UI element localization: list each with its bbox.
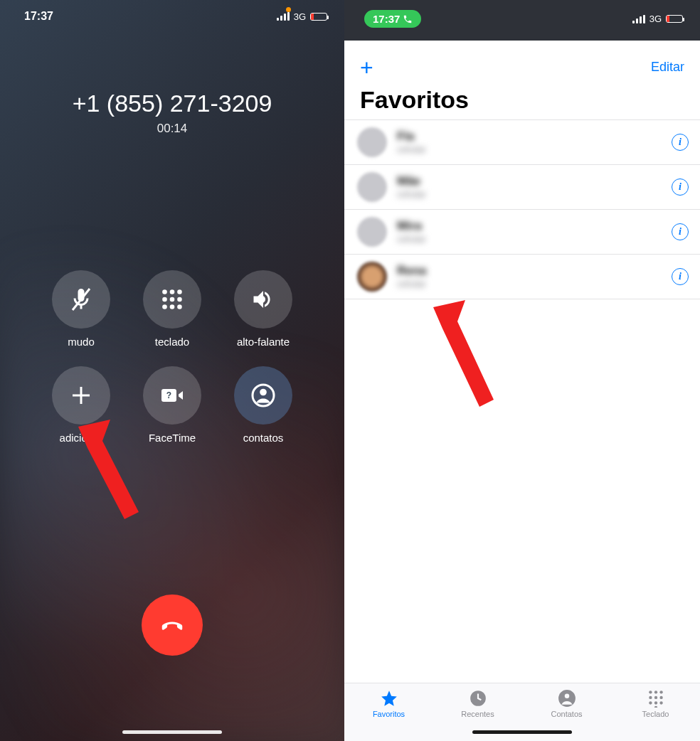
svg-point-2 bbox=[170, 289, 175, 294]
battery-icon bbox=[310, 13, 327, 21]
avatar-icon bbox=[357, 217, 387, 247]
svg-marker-15 bbox=[433, 300, 494, 407]
tab-favorites[interactable]: Favoritos bbox=[361, 689, 418, 718]
keypad-label: teclado bbox=[155, 336, 189, 348]
favorite-row[interactable]: Rena celular i bbox=[344, 255, 700, 299]
svg-point-9 bbox=[177, 304, 182, 309]
favorites-list: Fla celular i Mãe celular i Mira celular bbox=[344, 119, 700, 299]
facetime-button[interactable]: ? FaceTime bbox=[143, 366, 201, 444]
svg-point-3 bbox=[177, 289, 182, 294]
avatar-icon bbox=[357, 172, 387, 202]
svg-point-1 bbox=[162, 289, 167, 294]
favorite-sub: celular bbox=[397, 188, 672, 200]
clock-icon bbox=[469, 689, 487, 708]
tab-label: Favoritos bbox=[373, 710, 405, 718]
svg-point-27 bbox=[659, 701, 662, 704]
favorites-sheet: + Editar Favoritos Fla celular i Mãe cel… bbox=[344, 44, 700, 741]
dialpad-icon bbox=[647, 689, 665, 708]
mic-off-icon bbox=[68, 287, 94, 312]
info-button[interactable]: i bbox=[672, 268, 689, 285]
svg-point-18 bbox=[564, 694, 569, 699]
svg-point-24 bbox=[659, 696, 662, 699]
svg-point-21 bbox=[659, 691, 662, 693]
phone-screen-call: 17:37 3G +1 (855) 271-3209 00:14 mudo bbox=[0, 0, 344, 741]
status-indicators: 3G bbox=[277, 11, 327, 22]
svg-point-22 bbox=[649, 696, 652, 699]
svg-marker-14 bbox=[78, 420, 139, 519]
plus-icon bbox=[68, 383, 94, 408]
speaker-icon bbox=[250, 287, 276, 312]
favorite-row[interactable]: Fla celular i bbox=[344, 119, 700, 165]
favorites-nav: + Editar bbox=[344, 44, 700, 79]
tab-label: Recentes bbox=[461, 710, 494, 718]
call-button-grid: mudo teclado alto-falante bbox=[0, 270, 344, 444]
favorite-name: Mãe bbox=[397, 174, 672, 188]
favorite-name: Rena bbox=[397, 264, 672, 278]
mute-button[interactable]: mudo bbox=[52, 270, 110, 348]
svg-point-26 bbox=[654, 701, 657, 704]
call-info: +1 (855) 271-3209 00:14 bbox=[0, 27, 344, 136]
facetime-icon: ? bbox=[159, 383, 185, 408]
favorite-sub: celular bbox=[397, 144, 672, 155]
phone-screen-favorites: 17:37 3G + Editar Favoritos Fla celular … bbox=[344, 0, 700, 741]
network-label: 3G bbox=[649, 14, 662, 24]
svg-point-5 bbox=[170, 297, 175, 302]
svg-point-28 bbox=[654, 706, 657, 708]
favorites-title: Favoritos bbox=[344, 79, 700, 119]
status-time: 17:37 bbox=[24, 10, 53, 23]
svg-point-13 bbox=[260, 389, 267, 396]
network-label: 3G bbox=[294, 11, 306, 22]
phone-hangup-icon bbox=[159, 612, 185, 638]
contacts-button[interactable]: contatos bbox=[234, 366, 292, 444]
favorite-name: Mira bbox=[397, 219, 672, 233]
favorite-sub: celular bbox=[397, 278, 672, 289]
tab-keypad[interactable]: Teclado bbox=[627, 689, 684, 718]
info-button[interactable]: i bbox=[672, 223, 689, 240]
svg-point-8 bbox=[170, 304, 175, 309]
avatar-icon bbox=[357, 262, 387, 292]
tab-recents[interactable]: Recentes bbox=[450, 689, 507, 718]
svg-point-7 bbox=[162, 304, 167, 309]
favorite-row[interactable]: Mãe celular i bbox=[344, 165, 700, 210]
status-bar: 17:37 3G bbox=[0, 0, 344, 27]
call-duration: 00:14 bbox=[0, 122, 344, 136]
status-time: 17:37 bbox=[373, 13, 400, 25]
info-button[interactable]: i bbox=[672, 134, 689, 151]
keypad-button[interactable]: teclado bbox=[143, 270, 201, 348]
annotation-arrow bbox=[71, 420, 149, 533]
svg-point-6 bbox=[177, 297, 182, 302]
svg-point-23 bbox=[654, 696, 657, 699]
home-indicator[interactable] bbox=[122, 730, 222, 734]
facetime-label: FaceTime bbox=[149, 432, 196, 444]
status-bar: 17:37 3G bbox=[344, 0, 700, 41]
annotation-arrow bbox=[426, 300, 504, 421]
speaker-button[interactable]: alto-falante bbox=[234, 270, 292, 348]
add-favorite-button[interactable]: + bbox=[360, 60, 373, 75]
contacts-label: contatos bbox=[243, 432, 284, 444]
svg-point-25 bbox=[649, 701, 652, 704]
favorite-sub: celular bbox=[397, 233, 672, 245]
status-indicators: 3G bbox=[632, 14, 683, 24]
call-status-pill[interactable]: 17:37 bbox=[364, 10, 421, 28]
favorite-name: Fla bbox=[397, 129, 672, 144]
battery-icon bbox=[666, 15, 683, 23]
svg-point-4 bbox=[162, 297, 167, 302]
svg-text:?: ? bbox=[166, 390, 171, 400]
contact-icon bbox=[250, 383, 276, 408]
favorite-row[interactable]: Mira celular i bbox=[344, 210, 700, 255]
end-call-button[interactable] bbox=[142, 595, 203, 656]
info-button[interactable]: i bbox=[672, 178, 689, 196]
person-icon bbox=[558, 689, 576, 708]
tab-label: Contatos bbox=[551, 710, 582, 718]
home-indicator[interactable] bbox=[472, 730, 572, 734]
signal-icon bbox=[277, 12, 290, 21]
phone-icon bbox=[403, 14, 413, 24]
star-icon bbox=[380, 689, 398, 708]
signal-icon bbox=[632, 15, 645, 23]
edit-button[interactable]: Editar bbox=[651, 60, 684, 75]
tab-label: Teclado bbox=[642, 710, 669, 718]
mute-label: mudo bbox=[68, 336, 95, 348]
call-number: +1 (855) 271-3209 bbox=[0, 90, 344, 117]
tab-contacts[interactable]: Contatos bbox=[539, 689, 595, 718]
speaker-label: alto-falante bbox=[237, 336, 290, 348]
